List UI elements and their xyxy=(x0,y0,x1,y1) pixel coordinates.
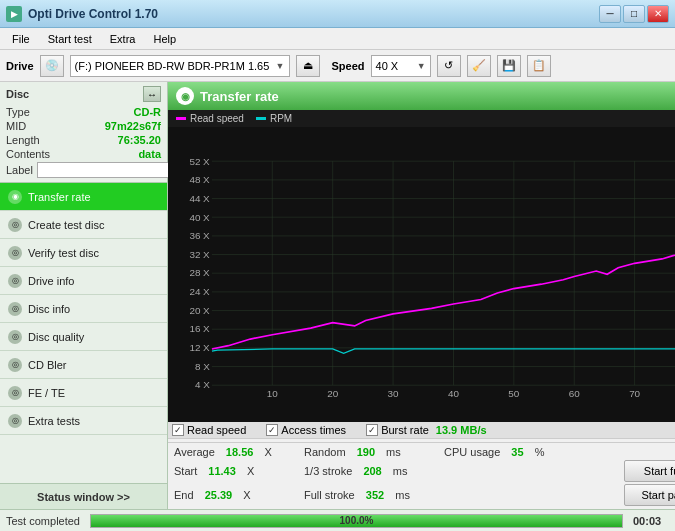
svg-text:20 X: 20 X xyxy=(189,305,210,316)
refresh-button[interactable]: ↺ xyxy=(437,55,461,77)
start-unit: X xyxy=(247,465,254,477)
speed-select[interactable]: 40 X ▼ xyxy=(371,55,431,77)
drive-bar: Drive 💿 (F:) PIONEER BD-RW BDR-PR1M 1.65… xyxy=(0,50,675,82)
disc-contents-key: Contents xyxy=(6,148,50,160)
one-third-row: 1/3 stroke 208 ms xyxy=(304,460,444,482)
transfer-rate-icon: ◉ xyxy=(8,190,22,204)
nav-item-create-test-disc[interactable]: ◎ Create test disc xyxy=(0,211,167,239)
read-speed-checkbox[interactable]: ✓ xyxy=(172,424,184,436)
nav-item-transfer-rate[interactable]: ◉ Transfer rate xyxy=(0,183,167,211)
nav-item-extra-tests[interactable]: ◎ Extra tests xyxy=(0,407,167,435)
random-key: Random xyxy=(304,446,346,458)
nav-label-drive-info: Drive info xyxy=(28,275,74,287)
minimize-button[interactable]: ─ xyxy=(599,5,621,23)
nav-item-verify-test-disc[interactable]: ◎ Verify test disc xyxy=(0,239,167,267)
drive-icon-btn[interactable]: 💿 xyxy=(40,55,64,77)
main-layout: Disc ↔ Type CD-R MID 97m22s67f Length 76… xyxy=(0,82,675,509)
chart-header: ◉ Transfer rate xyxy=(168,82,675,110)
burst-rate-checkbox-label: Burst rate xyxy=(381,424,429,436)
nav-label-disc-info: Disc info xyxy=(28,303,70,315)
disc-label-key: Label xyxy=(6,164,33,176)
drive-select[interactable]: (F:) PIONEER BD-RW BDR-PR1M 1.65 ▼ xyxy=(70,55,290,77)
end-row: End 25.39 X xyxy=(174,484,304,506)
full-stroke-key: Full stroke xyxy=(304,489,355,501)
nav-label-fe-te: FE / TE xyxy=(28,387,65,399)
maximize-button[interactable]: □ xyxy=(623,5,645,23)
status-window-button[interactable]: Status window >> xyxy=(0,483,167,509)
disc-type-row: Type CD-R xyxy=(6,106,161,118)
one-third-unit: ms xyxy=(393,465,408,477)
nav-label-extra-tests: Extra tests xyxy=(28,415,80,427)
average-val: 18.56 xyxy=(226,446,254,458)
nav-label-disc-quality: Disc quality xyxy=(28,331,84,343)
nav-label-transfer-rate: Transfer rate xyxy=(28,191,91,203)
speed-dropdown-arrow: ▼ xyxy=(417,61,426,71)
cpu-val: 35 xyxy=(511,446,523,458)
end-key: End xyxy=(174,489,194,501)
start-part-button[interactable]: Start part xyxy=(624,484,675,506)
start-full-button[interactable]: Start full xyxy=(624,460,675,482)
average-key: Average xyxy=(174,446,215,458)
checkbox-access-times[interactable]: ✓ Access times xyxy=(266,424,346,436)
checkbox-burst-rate[interactable]: ✓ Burst rate 13.9 MB/s xyxy=(366,424,486,436)
disc-type-key: Type xyxy=(6,106,30,118)
access-times-checkbox[interactable]: ✓ xyxy=(266,424,278,436)
disc-type-val: CD-R xyxy=(134,106,162,118)
end-unit: X xyxy=(243,489,250,501)
read-speed-checkbox-label: Read speed xyxy=(187,424,246,436)
menu-extra[interactable]: Extra xyxy=(102,31,144,47)
nav-item-cd-bler[interactable]: ◎ CD Bler xyxy=(0,351,167,379)
disc-mid-row: MID 97m22s67f xyxy=(6,120,161,132)
svg-text:16 X: 16 X xyxy=(189,323,210,334)
nav-item-fe-te[interactable]: ◎ FE / TE xyxy=(0,379,167,407)
nav-label-create-test-disc: Create test disc xyxy=(28,219,104,231)
svg-text:28 X: 28 X xyxy=(189,268,210,279)
eject-button[interactable]: ⏏ xyxy=(296,55,320,77)
close-button[interactable]: ✕ xyxy=(647,5,669,23)
cpu-key: CPU usage xyxy=(444,446,500,458)
cd-bler-icon: ◎ xyxy=(8,358,22,372)
end-val: 25.39 xyxy=(205,489,233,501)
svg-text:48 X: 48 X xyxy=(189,174,210,185)
menu-file[interactable]: File xyxy=(4,31,38,47)
start-val: 11.43 xyxy=(208,465,236,477)
save-button[interactable]: 📋 xyxy=(527,55,551,77)
full-stroke-unit: ms xyxy=(395,489,410,501)
svg-text:30: 30 xyxy=(388,388,399,399)
burst-rate-checkbox[interactable]: ✓ xyxy=(366,424,378,436)
status-bar: Test completed 100.0% 00:03 xyxy=(0,509,675,531)
burst-rate-value: 13.9 MB/s xyxy=(436,424,487,436)
svg-rect-0 xyxy=(168,150,675,403)
disc-length-row: Length 76:35.20 xyxy=(6,134,161,146)
average-row: Average 18.56 X xyxy=(174,446,304,458)
svg-text:40 X: 40 X xyxy=(189,212,210,223)
disc-label-input[interactable] xyxy=(37,162,170,178)
nav-item-disc-quality[interactable]: ◎ Disc quality xyxy=(0,323,167,351)
svg-text:8 X: 8 X xyxy=(195,361,210,372)
legend-rpm: RPM xyxy=(256,113,292,124)
sidebar: Disc ↔ Type CD-R MID 97m22s67f Length 76… xyxy=(0,82,168,509)
bookmark-button[interactable]: 💾 xyxy=(497,55,521,77)
disc-label-row: Label ⚙ xyxy=(6,162,161,178)
nav-item-disc-info[interactable]: ◎ Disc info xyxy=(0,295,167,323)
disc-info-icon: ◎ xyxy=(8,302,22,316)
disc-title: Disc xyxy=(6,88,29,100)
clear-button[interactable]: 🧹 xyxy=(467,55,491,77)
checkbox-read-speed[interactable]: ✓ Read speed xyxy=(172,424,246,436)
nav-item-drive-info[interactable]: ◎ Drive info xyxy=(0,267,167,295)
drive-label: Drive xyxy=(6,60,34,72)
progress-label: 100.0% xyxy=(91,515,622,527)
app-title: Opti Drive Control 1.70 xyxy=(28,7,158,21)
title-bar: ▶ Opti Drive Control 1.70 ─ □ ✕ xyxy=(0,0,675,28)
svg-text:60: 60 xyxy=(569,388,580,399)
legend-read-speed-label: Read speed xyxy=(190,113,244,124)
nav-label-cd-bler: CD Bler xyxy=(28,359,67,371)
svg-text:40: 40 xyxy=(448,388,459,399)
menu-start-test[interactable]: Start test xyxy=(40,31,100,47)
svg-text:4 X: 4 X xyxy=(195,379,210,390)
nav-label-verify-test-disc: Verify test disc xyxy=(28,247,99,259)
stats-bar: Average 18.56 X Random 190 ms CPU usage … xyxy=(168,442,675,509)
access-times-checkbox-label: Access times xyxy=(281,424,346,436)
menu-help[interactable]: Help xyxy=(145,31,184,47)
disc-toggle-button[interactable]: ↔ xyxy=(143,86,161,102)
